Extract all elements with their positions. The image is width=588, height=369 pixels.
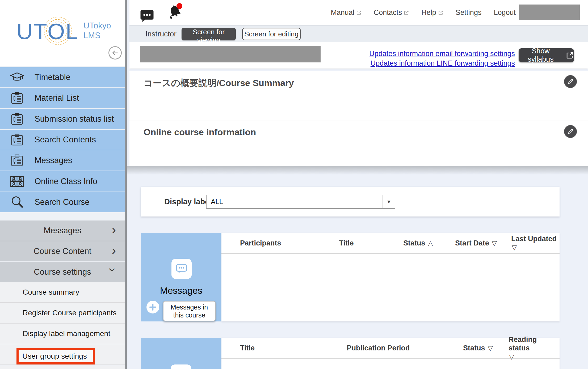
logo-panel: UTOL UTokyo LMS [0, 0, 125, 66]
sidebar-subitem-display-label-management[interactable]: Display label management [0, 324, 125, 344]
show-syllabus-button[interactable]: Show syllabus [519, 48, 574, 62]
column-header-status[interactable]: Status △ [394, 233, 442, 253]
messages-in-this-course-tooltip[interactable]: Messages in this course [163, 301, 216, 321]
sidebar-subitem-label: Course summary [23, 288, 79, 296]
messages-table: Participants Title Status △ Start Date ▽… [221, 233, 560, 321]
sidebar-subitem-course-summary[interactable]: Course summary [0, 282, 125, 303]
sidebar-subitem-user-group-settings[interactable]: User group settings [0, 344, 125, 365]
add-message-button[interactable] [146, 301, 159, 313]
sidebar-group-label: Course Content [33, 247, 91, 256]
sidebar-group-course-settings[interactable]: Course settings › [0, 262, 125, 282]
sidebar-collapse-button[interactable] [108, 46, 122, 60]
display-label-select[interactable]: ALL ▼ [206, 195, 395, 209]
column-label: Status [463, 344, 485, 352]
display-label-filter-card: Display label ALL ▼ [141, 187, 560, 217]
nav-manual[interactable]: Manual [331, 9, 362, 17]
notification-badge [177, 3, 182, 9]
email-forwarding-settings-link[interactable]: Updates information email forwarding set… [266, 49, 515, 58]
column-label: Title [339, 239, 354, 247]
sidebar-item-label: Online Class Info [35, 177, 97, 186]
sidebar-subitem-register-course-participants[interactable]: Register Course participants [0, 303, 125, 324]
chat-messages-icon[interactable] [140, 10, 154, 23]
chat-bubble-icon [171, 259, 192, 279]
logo-subtitle: UTokyo LMS [83, 21, 111, 40]
tile-icon-partial [171, 364, 191, 369]
nav-label: Help [421, 9, 436, 17]
screen-for-editing-button[interactable]: Screen for editing [242, 28, 301, 40]
sort-desc-icon: ▽ [488, 344, 493, 352]
nav-settings[interactable]: Settings [456, 9, 482, 17]
video-conference-grid-icon [8, 175, 26, 188]
sidebar-item-label: Search Contents [35, 135, 96, 145]
magnifier-icon [8, 195, 26, 209]
top-navigation: Manual Contacts Help [331, 0, 516, 25]
sort-asc-icon: △ [428, 239, 433, 247]
sidebar-item-label: Material List [35, 93, 79, 103]
edit-online-course-info-button[interactable] [564, 125, 577, 138]
messages-tile[interactable]: Messages Messages in this course [141, 233, 221, 321]
section-shadow-fade [127, 166, 588, 177]
redacted-username [519, 5, 580, 20]
course-content-tile[interactable] [141, 338, 221, 369]
show-syllabus-label: Show syllabus [519, 47, 563, 63]
column-label: Reading status [509, 336, 537, 352]
course-content-table-header: Title Publication Period Status ▽ Readin… [221, 338, 560, 359]
display-label-text: Display label [164, 187, 211, 217]
sidebar-item-messages[interactable]: Messages [0, 150, 125, 171]
display-label-selected-value: ALL [207, 198, 383, 206]
sidebar-group-course-content[interactable]: Course Content › [0, 241, 125, 261]
external-link-icon [438, 10, 443, 15]
nav-logout[interactable]: Logout [494, 9, 516, 17]
sidebar-item-label: Timetable [35, 73, 70, 82]
dropdown-arrow-icon[interactable]: ▼ [383, 195, 395, 208]
nav-label: Settings [456, 9, 482, 17]
external-link-icon [404, 10, 409, 15]
screen: UTOL UTokyo LMS [0, 0, 588, 369]
sidebar-item-search-contents[interactable]: Search Contents [0, 130, 125, 150]
column-header-reading-status[interactable]: Reading status ▽ [498, 338, 560, 358]
sidebar-item-timetable[interactable]: Timetable [0, 67, 125, 87]
arrow-left-icon [112, 49, 119, 56]
clipboard-pencil-icon [8, 112, 26, 126]
column-header-title: Title [299, 233, 394, 253]
column-header-participants: Participants [221, 233, 299, 253]
screen-for-viewing-button[interactable]: Screen for viewing [182, 28, 236, 40]
sidebar-item-material-list[interactable]: Material List [0, 88, 125, 108]
sidebar-item-online-class-info[interactable]: Online Class Info [0, 171, 125, 192]
logo-subtitle-line1: UTokyo [83, 21, 111, 30]
sidebar-scrollbar[interactable] [125, 0, 127, 369]
messages-tile-label: Messages [141, 285, 221, 296]
sidebar-item-label: Messages [35, 156, 72, 165]
course-summary-title: コースの概要説明/Course Summary [144, 77, 294, 89]
highlight-annotation-box[interactable]: User group settings [16, 348, 95, 364]
sidebar-subitem-partial [0, 366, 125, 369]
logo-subtitle-line2: LMS [83, 31, 100, 40]
chevron-right-icon: › [112, 245, 116, 256]
column-label: Start Date [455, 239, 489, 247]
column-header-last-updated[interactable]: Last Updated ▽ [510, 233, 560, 253]
graduation-cap-icon [8, 71, 26, 83]
online-course-info-section: Online course information [129, 121, 588, 166]
course-header-row: Updates information email forwarding set… [129, 42, 588, 69]
line-forwarding-settings-link[interactable]: Updates information LINE forwarding sett… [266, 58, 515, 68]
sidebar-item-search-course[interactable]: Search Course [0, 192, 125, 212]
column-header-start-date[interactable]: Start Date ▽ [442, 233, 510, 253]
external-link-icon [566, 51, 574, 59]
sidebar-item-label: Submission status list [35, 114, 114, 124]
sort-desc-icon: ▽ [492, 239, 497, 247]
column-header-status[interactable]: Status ▽ [458, 338, 498, 358]
sidebar-group-messages[interactable]: Messages › [0, 220, 125, 241]
sidebar-item-submission-status-list[interactable]: Submission status list [0, 109, 125, 129]
nav-help[interactable]: Help [421, 9, 443, 17]
sidebar-item-label: Search Course [35, 197, 90, 207]
plus-icon [149, 303, 157, 311]
edit-course-summary-button[interactable] [564, 75, 577, 88]
column-label: Publication Period [347, 344, 410, 352]
clipboard-pencil-icon [8, 91, 26, 105]
sidebar-group-label: Course settings [34, 267, 91, 277]
column-header-publication-period: Publication Period [299, 338, 458, 358]
nav-contacts[interactable]: Contacts [374, 9, 409, 17]
utol-logo: UTOL UTokyo LMS [16, 14, 115, 51]
nav-label: Contacts [374, 9, 402, 17]
sidebar-subitem-label: Register Course participants [23, 309, 116, 317]
